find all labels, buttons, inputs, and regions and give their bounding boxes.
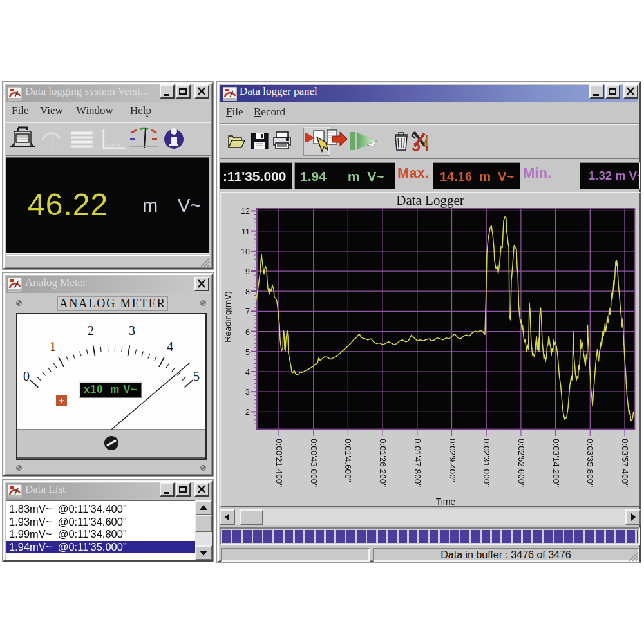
svg-text:3: 3 <box>129 323 135 337</box>
svg-text:5: 5 <box>245 348 250 357</box>
svg-text:Time: Time <box>436 497 456 507</box>
svg-text:0:00'43.000": 0:00'43.000" <box>309 439 319 487</box>
svg-text:0:03'14.200": 0:03'14.200" <box>551 439 561 487</box>
svg-text:12: 12 <box>241 207 250 216</box>
svg-text:5: 5 <box>193 369 200 383</box>
svg-text:Reading(mV): Reading(mV) <box>223 291 232 343</box>
svg-text:8: 8 <box>245 287 250 296</box>
svg-text:0: 0 <box>23 369 30 383</box>
svg-text:1: 1 <box>50 339 56 354</box>
svg-text:4: 4 <box>245 368 250 377</box>
svg-text:Data Logger: Data Logger <box>396 193 464 208</box>
svg-text:0:01'26.200": 0:01'26.200" <box>378 439 388 487</box>
svg-text:2: 2 <box>245 408 250 417</box>
svg-text:7: 7 <box>245 307 250 316</box>
svg-text:6: 6 <box>245 328 250 337</box>
svg-text:2: 2 <box>88 323 94 337</box>
svg-text:10: 10 <box>241 247 250 256</box>
svg-text:0:03'57.400": 0:03'57.400" <box>620 439 630 487</box>
svg-text:0:03'35.800": 0:03'35.800" <box>585 439 595 487</box>
svg-text:0:02'52.600": 0:02'52.600" <box>516 439 526 487</box>
svg-text:9: 9 <box>245 267 250 276</box>
svg-text:0:00'21.400": 0:00'21.400" <box>274 439 284 487</box>
svg-text:11: 11 <box>242 227 250 236</box>
svg-text:0:01'4.600": 0:01'4.600" <box>343 439 353 482</box>
svg-text:3: 3 <box>245 388 250 397</box>
svg-text:0:01'47.800": 0:01'47.800" <box>413 439 422 487</box>
svg-text:0:02'9.400": 0:02'9.400" <box>448 439 457 482</box>
svg-text:0:02'31.000": 0:02'31.000" <box>482 439 491 487</box>
svg-text:4: 4 <box>167 339 173 354</box>
